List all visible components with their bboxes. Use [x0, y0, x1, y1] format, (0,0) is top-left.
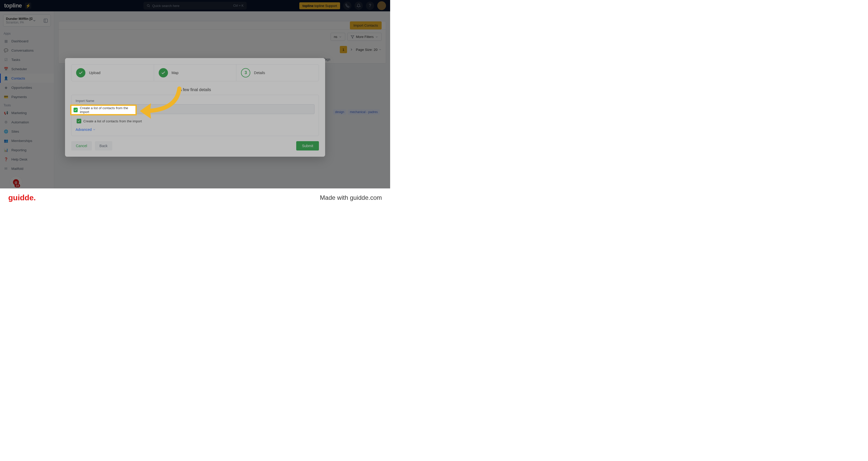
- search-bar[interactable]: Quick search here Ctrl + K: [144, 2, 247, 9]
- advanced-toggle[interactable]: Advanced: [75, 127, 314, 132]
- sidebar-item-contacts[interactable]: 👤Contacts: [0, 73, 54, 83]
- guidde-logo: guidde.: [8, 193, 36, 202]
- search-shortcut: Ctrl + K: [233, 4, 244, 7]
- chevron-down-icon: [378, 48, 382, 51]
- phone-icon[interactable]: [343, 2, 351, 10]
- check-icon: [159, 68, 168, 78]
- sidebar-icon: 👥: [4, 139, 8, 143]
- svg-marker-6: [351, 35, 354, 38]
- tag-chip[interactable]: design: [333, 110, 346, 115]
- sidebar-icon: 🌐: [4, 129, 8, 134]
- back-button[interactable]: Back: [95, 141, 112, 151]
- modal-title: A few final details: [65, 88, 325, 92]
- chevron-down-icon: [375, 35, 378, 38]
- import-name-label: Import Name: [75, 99, 314, 103]
- nav-pills: [58, 16, 60, 18]
- stepper: Upload Map 3 Details: [71, 64, 319, 81]
- sidebar-item-opportunities[interactable]: ◆Opportunities: [0, 83, 54, 92]
- check-icon: [76, 68, 85, 78]
- filter-icon: [351, 35, 354, 39]
- import-contacts-button[interactable]: Import Contacts: [350, 22, 382, 29]
- sidebar-icon: ❓: [4, 157, 8, 161]
- user-avatar[interactable]: [377, 1, 386, 10]
- sidebar-icon: ✉: [4, 166, 8, 171]
- tag-chip[interactable]: mechanical - padres: [348, 110, 380, 115]
- svg-line-1: [149, 6, 150, 7]
- sidebar-icon: ☑: [4, 57, 8, 62]
- submit-button[interactable]: Submit: [296, 141, 319, 151]
- sidebar-icon: 💬: [4, 48, 8, 53]
- form-area: Import Name Create a list of contacts fr…: [71, 95, 319, 136]
- sidebar-item-label: Payments: [11, 95, 27, 99]
- app-header: topline Quick search here Ctrl + K ⚡ top…: [0, 0, 390, 11]
- notification-badge: 14: [14, 184, 20, 187]
- sidebar-item-tasks[interactable]: ☑Tasks: [0, 55, 54, 64]
- sidebar-item-reporting[interactable]: 📊Reporting: [0, 145, 54, 155]
- guidde-footer: guidde. Made with guidde.com: [0, 188, 390, 207]
- help-icon[interactable]: ?: [366, 2, 374, 10]
- sidebar: Dunder Mifflin [D... Scranton, PA Apps ▦…: [0, 11, 54, 188]
- sidebar-section-apps: Apps: [0, 30, 54, 36]
- bolt-icon[interactable]: ⚡: [25, 3, 31, 9]
- sidebar-icon: 📅: [4, 67, 8, 71]
- chevron-right-icon[interactable]: [350, 48, 353, 51]
- sidebar-item-mailfold[interactable]: ✉Mailfold: [0, 164, 54, 173]
- sidebar-item-scheduler[interactable]: 📅Scheduler: [0, 64, 54, 73]
- sidebar-section-tools: Tools: [0, 101, 54, 108]
- sidebar-item-payments[interactable]: 💳Payments: [0, 92, 54, 101]
- brand-logo: topline: [4, 2, 22, 9]
- create-list-checkbox-row[interactable]: Create a list of contacts from the impor…: [75, 118, 314, 124]
- chevron-down-icon: [93, 128, 96, 131]
- more-filters-button[interactable]: More Filters: [347, 33, 382, 41]
- sidebar-item-label: Automation: [11, 120, 29, 124]
- step-number: 3: [241, 68, 250, 78]
- sidebar-icon: 📢: [4, 111, 8, 115]
- contacts-panel: Import Contacts ns More Filters 1 Page S…: [58, 21, 386, 64]
- sidebar-item-marketing[interactable]: 📢Marketing: [0, 108, 54, 118]
- th-tags: Tags: [323, 57, 382, 61]
- account-switcher[interactable]: Dunder Mifflin [D... Scranton, PA: [3, 14, 51, 27]
- sidebar-item-automation[interactable]: ⚙Automation: [0, 118, 54, 127]
- sidebar-item-label: Reporting: [11, 148, 27, 152]
- modal-footer: Cancel Back Submit: [71, 141, 319, 151]
- sidebar-icon: ▦: [4, 39, 8, 43]
- bell-icon[interactable]: [354, 2, 363, 10]
- sidebar-item-label: Mailfold: [11, 167, 24, 171]
- page-size-selector[interactable]: Page Size: 20: [356, 48, 382, 52]
- sidebar-item-label: Tasks: [11, 58, 20, 62]
- step-upload: Upload: [71, 64, 154, 81]
- sidebar-item-label: Opportunities: [11, 86, 32, 90]
- sidebar-item-label: Scheduler: [11, 67, 27, 71]
- columns-dropdown[interactable]: ns: [331, 33, 345, 41]
- sidebar-item-label: Help Desk: [11, 157, 27, 161]
- sidebar-item-label: Marketing: [11, 111, 27, 115]
- search-icon: [147, 4, 150, 7]
- sidebar-item-conversations[interactable]: 💬Conversations: [0, 46, 54, 55]
- account-name: Dunder Mifflin [D...: [6, 17, 32, 21]
- sidebar-item-sites[interactable]: 🌐Sites: [0, 127, 54, 136]
- tabs-row: Import Contacts: [59, 22, 386, 30]
- checkbox-checked-icon[interactable]: [76, 119, 81, 123]
- pagination: 1 Page Size: 20: [59, 44, 386, 55]
- sidebar-item-help-desk[interactable]: ❓Help Desk: [0, 155, 54, 164]
- annotation-highlight: Create a list of contacts from the impor…: [70, 104, 137, 115]
- sidebar-icon: 📊: [4, 148, 8, 152]
- sidebar-item-label: Sites: [11, 130, 19, 133]
- chevron-down-icon: [32, 19, 36, 23]
- sidebar-item-dashboard[interactable]: ▦Dashboard: [0, 36, 54, 46]
- page-number[interactable]: 1: [340, 46, 347, 53]
- guidde-attribution: Made with guidde.com: [320, 194, 382, 201]
- sidebar-item-memberships[interactable]: 👥Memberships: [0, 136, 54, 145]
- chevron-down-icon: [339, 35, 342, 38]
- cancel-button[interactable]: Cancel: [71, 141, 92, 151]
- sidebar-item-label: Dashboard: [11, 39, 28, 43]
- svg-point-0: [147, 4, 149, 6]
- support-button[interactable]: topline topline Supporttopline Support: [299, 2, 340, 9]
- sidebar-item-label: Conversations: [11, 49, 34, 52]
- checkbox-checked-icon: [73, 107, 78, 112]
- search-placeholder: Quick search here: [152, 4, 233, 8]
- sidebar-icon: 💳: [4, 94, 8, 99]
- account-location: Scranton, PA: [6, 21, 32, 24]
- panel-toggle-icon[interactable]: [43, 18, 48, 23]
- svg-rect-2: [44, 19, 48, 23]
